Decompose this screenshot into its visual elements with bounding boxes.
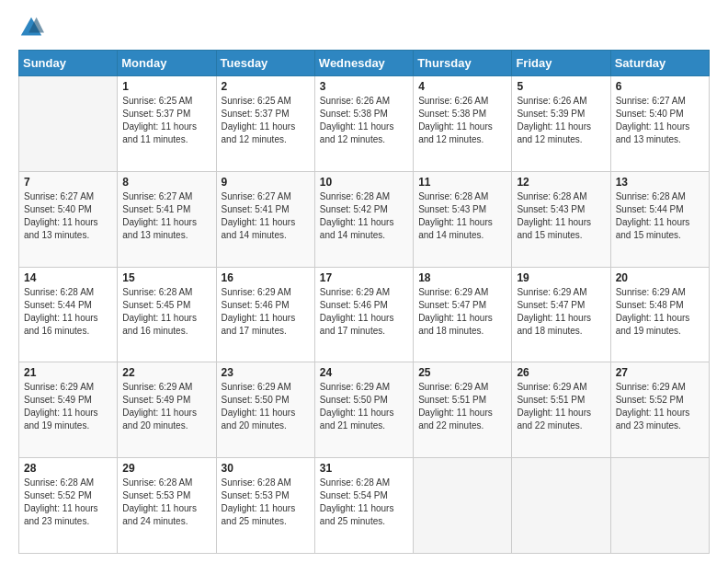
- calendar-cell: 13Sunrise: 6:28 AM Sunset: 5:44 PM Dayli…: [610, 171, 709, 267]
- calendar-cell: 22Sunrise: 6:29 AM Sunset: 5:49 PM Dayli…: [118, 362, 216, 458]
- calendar-header-wednesday: Wednesday: [314, 51, 413, 76]
- calendar-cell: 14Sunrise: 6:28 AM Sunset: 5:44 PM Dayli…: [19, 267, 118, 362]
- cell-content: Sunrise: 6:25 AM Sunset: 5:37 PM Dayligh…: [222, 95, 310, 146]
- calendar-cell: 28Sunrise: 6:28 AM Sunset: 5:52 PM Dayli…: [19, 458, 118, 554]
- cell-content: Sunrise: 6:26 AM Sunset: 5:38 PM Dayligh…: [320, 95, 408, 146]
- calendar-cell: 24Sunrise: 6:29 AM Sunset: 5:50 PM Dayli…: [314, 362, 413, 458]
- calendar-header-sunday: Sunday: [19, 51, 118, 76]
- cell-content: Sunrise: 6:26 AM Sunset: 5:38 PM Dayligh…: [418, 95, 506, 146]
- day-number: 16: [222, 271, 310, 284]
- day-number: 7: [24, 176, 112, 189]
- cell-content: Sunrise: 6:29 AM Sunset: 5:48 PM Dayligh…: [616, 286, 704, 338]
- calendar-cell: 5Sunrise: 6:26 AM Sunset: 5:39 PM Daylig…: [512, 76, 610, 172]
- cell-content: Sunrise: 6:27 AM Sunset: 5:40 PM Dayligh…: [616, 95, 704, 146]
- cell-content: Sunrise: 6:29 AM Sunset: 5:50 PM Dayligh…: [222, 381, 310, 432]
- cell-content: Sunrise: 6:27 AM Sunset: 5:41 PM Dayligh…: [222, 190, 310, 242]
- day-number: 13: [616, 176, 704, 189]
- day-number: 10: [320, 176, 408, 189]
- day-number: 12: [517, 176, 605, 189]
- calendar-header-tuesday: Tuesday: [216, 51, 314, 76]
- day-number: 23: [222, 366, 310, 379]
- cell-content: Sunrise: 6:28 AM Sunset: 5:54 PM Dayligh…: [320, 477, 408, 528]
- day-number: 5: [517, 80, 605, 93]
- day-number: 29: [122, 462, 210, 475]
- day-number: 15: [122, 271, 210, 284]
- day-number: 2: [222, 80, 310, 93]
- calendar-cell: 30Sunrise: 6:28 AM Sunset: 5:53 PM Dayli…: [216, 458, 314, 554]
- calendar-week-row: 14Sunrise: 6:28 AM Sunset: 5:44 PM Dayli…: [19, 267, 710, 362]
- calendar-cell: 25Sunrise: 6:29 AM Sunset: 5:51 PM Dayli…: [414, 362, 512, 458]
- calendar-cell: 8Sunrise: 6:27 AM Sunset: 5:41 PM Daylig…: [118, 171, 216, 267]
- logo-icon: [18, 15, 44, 40]
- calendar-cell: 12Sunrise: 6:28 AM Sunset: 5:43 PM Dayli…: [512, 171, 610, 267]
- calendar-header-saturday: Saturday: [610, 51, 709, 76]
- cell-content: Sunrise: 6:28 AM Sunset: 5:45 PM Dayligh…: [122, 286, 210, 338]
- calendar-cell: [414, 458, 512, 554]
- calendar-header-thursday: Thursday: [414, 51, 512, 76]
- calendar-cell: 19Sunrise: 6:29 AM Sunset: 5:47 PM Dayli…: [512, 267, 610, 362]
- day-number: 1: [122, 80, 210, 93]
- calendar-cell: 2Sunrise: 6:25 AM Sunset: 5:37 PM Daylig…: [216, 76, 314, 172]
- calendar-cell: 4Sunrise: 6:26 AM Sunset: 5:38 PM Daylig…: [414, 76, 512, 172]
- cell-content: Sunrise: 6:28 AM Sunset: 5:43 PM Dayligh…: [418, 190, 506, 242]
- calendar-cell: 23Sunrise: 6:29 AM Sunset: 5:50 PM Dayli…: [216, 362, 314, 458]
- cell-content: Sunrise: 6:29 AM Sunset: 5:52 PM Dayligh…: [616, 381, 704, 432]
- cell-content: Sunrise: 6:29 AM Sunset: 5:46 PM Dayligh…: [222, 286, 310, 338]
- calendar-cell: 6Sunrise: 6:27 AM Sunset: 5:40 PM Daylig…: [610, 76, 709, 172]
- calendar-table: SundayMondayTuesdayWednesdayThursdayFrid…: [18, 50, 710, 554]
- day-number: 30: [222, 462, 310, 475]
- calendar-cell: 20Sunrise: 6:29 AM Sunset: 5:48 PM Dayli…: [610, 267, 709, 362]
- calendar-cell: 17Sunrise: 6:29 AM Sunset: 5:46 PM Dayli…: [314, 267, 413, 362]
- cell-content: Sunrise: 6:29 AM Sunset: 5:50 PM Dayligh…: [320, 381, 408, 432]
- header: [18, 15, 710, 40]
- cell-content: Sunrise: 6:28 AM Sunset: 5:44 PM Dayligh…: [24, 286, 112, 338]
- cell-content: Sunrise: 6:27 AM Sunset: 5:40 PM Dayligh…: [24, 190, 112, 242]
- cell-content: Sunrise: 6:29 AM Sunset: 5:47 PM Dayligh…: [517, 286, 605, 338]
- calendar-cell: 10Sunrise: 6:28 AM Sunset: 5:42 PM Dayli…: [314, 171, 413, 267]
- cell-content: Sunrise: 6:28 AM Sunset: 5:53 PM Dayligh…: [122, 477, 210, 528]
- day-number: 31: [320, 462, 408, 475]
- calendar-cell: 3Sunrise: 6:26 AM Sunset: 5:38 PM Daylig…: [314, 76, 413, 172]
- cell-content: Sunrise: 6:29 AM Sunset: 5:46 PM Dayligh…: [320, 286, 408, 338]
- day-number: 6: [616, 80, 704, 93]
- cell-content: Sunrise: 6:29 AM Sunset: 5:49 PM Dayligh…: [122, 381, 210, 432]
- calendar-cell: 31Sunrise: 6:28 AM Sunset: 5:54 PM Dayli…: [314, 458, 413, 554]
- cell-content: Sunrise: 6:26 AM Sunset: 5:39 PM Dayligh…: [517, 95, 605, 146]
- day-number: 19: [517, 271, 605, 284]
- day-number: 21: [24, 366, 112, 379]
- day-number: 9: [222, 176, 310, 189]
- calendar-cell: 15Sunrise: 6:28 AM Sunset: 5:45 PM Dayli…: [118, 267, 216, 362]
- calendar-week-row: 1Sunrise: 6:25 AM Sunset: 5:37 PM Daylig…: [19, 76, 710, 172]
- cell-content: Sunrise: 6:29 AM Sunset: 5:47 PM Dayligh…: [418, 286, 506, 338]
- calendar-cell: 9Sunrise: 6:27 AM Sunset: 5:41 PM Daylig…: [216, 171, 314, 267]
- calendar-header-row: SundayMondayTuesdayWednesdayThursdayFrid…: [19, 51, 710, 76]
- calendar-cell: 18Sunrise: 6:29 AM Sunset: 5:47 PM Dayli…: [414, 267, 512, 362]
- calendar-cell: [19, 76, 118, 172]
- calendar-cell: 7Sunrise: 6:27 AM Sunset: 5:40 PM Daylig…: [19, 171, 118, 267]
- cell-content: Sunrise: 6:29 AM Sunset: 5:51 PM Dayligh…: [418, 381, 506, 432]
- day-number: 11: [418, 176, 506, 189]
- day-number: 4: [418, 80, 506, 93]
- day-number: 22: [122, 366, 210, 379]
- day-number: 18: [418, 271, 506, 284]
- cell-content: Sunrise: 6:25 AM Sunset: 5:37 PM Dayligh…: [122, 95, 210, 146]
- cell-content: Sunrise: 6:27 AM Sunset: 5:41 PM Dayligh…: [122, 190, 210, 242]
- day-number: 28: [24, 462, 112, 475]
- page: SundayMondayTuesdayWednesdayThursdayFrid…: [0, 0, 728, 563]
- cell-content: Sunrise: 6:29 AM Sunset: 5:49 PM Dayligh…: [24, 381, 112, 432]
- calendar-cell: 29Sunrise: 6:28 AM Sunset: 5:53 PM Dayli…: [118, 458, 216, 554]
- day-number: 17: [320, 271, 408, 284]
- cell-content: Sunrise: 6:28 AM Sunset: 5:53 PM Dayligh…: [222, 477, 310, 528]
- cell-content: Sunrise: 6:28 AM Sunset: 5:42 PM Dayligh…: [320, 190, 408, 242]
- calendar-cell: 26Sunrise: 6:29 AM Sunset: 5:51 PM Dayli…: [512, 362, 610, 458]
- cell-content: Sunrise: 6:28 AM Sunset: 5:43 PM Dayligh…: [517, 190, 605, 242]
- calendar-week-row: 21Sunrise: 6:29 AM Sunset: 5:49 PM Dayli…: [19, 362, 710, 458]
- day-number: 8: [122, 176, 210, 189]
- calendar-week-row: 7Sunrise: 6:27 AM Sunset: 5:40 PM Daylig…: [19, 171, 710, 267]
- cell-content: Sunrise: 6:28 AM Sunset: 5:44 PM Dayligh…: [616, 190, 704, 242]
- calendar-header-monday: Monday: [118, 51, 216, 76]
- day-number: 24: [320, 366, 408, 379]
- day-number: 20: [616, 271, 704, 284]
- cell-content: Sunrise: 6:28 AM Sunset: 5:52 PM Dayligh…: [24, 477, 112, 528]
- calendar-header-friday: Friday: [512, 51, 610, 76]
